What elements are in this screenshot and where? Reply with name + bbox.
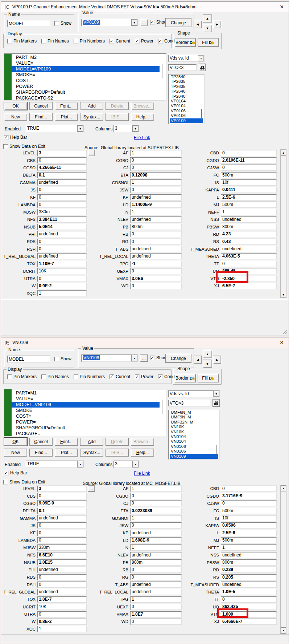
value-field[interactable]: VP0109 xyxy=(82,19,131,26)
param-value-input[interactable]: 1 xyxy=(37,290,87,296)
arrow-left-button[interactable]: ◀ xyxy=(194,356,202,364)
ok-button[interactable]: OK xyxy=(4,102,27,110)
model-list-item[interactable]: TP2540 xyxy=(170,74,203,79)
model-list-item[interactable]: VP0104 xyxy=(170,99,203,104)
param-scrollbar[interactable]: ▲ ▼ xyxy=(280,485,286,634)
model-filter-input[interactable] xyxy=(168,64,197,71)
checkbox-pin-numbers[interactable]: Pin Numbers xyxy=(74,374,105,379)
checkbox-power[interactable]: Power xyxy=(135,39,153,44)
param-value-input[interactable]: 800m xyxy=(130,224,182,230)
property-list-item[interactable]: COST= xyxy=(12,413,160,419)
param-value-input[interactable]: 6.4666E-7 xyxy=(221,619,277,625)
param-value-input[interactable]: 800m xyxy=(221,224,277,230)
param-value-input[interactable]: 0 xyxy=(37,276,87,282)
param-value-input[interactable]: 0 xyxy=(37,611,87,617)
param-value-input[interactable]: 0 xyxy=(37,157,87,163)
find-button[interactable]: Find... xyxy=(29,113,53,121)
model-list-item[interactable]: VN0109 xyxy=(170,454,218,459)
columns-combobox[interactable]: 3 ▼ xyxy=(113,125,139,132)
param-value-input[interactable]: 0 xyxy=(37,202,87,208)
param-value-input[interactable]: 1 xyxy=(130,179,182,186)
param-value-input[interactable]: undefined xyxy=(130,253,182,259)
model-list-item[interactable]: TP2635 xyxy=(170,84,203,89)
param-value-input[interactable]: undefined xyxy=(37,231,87,237)
param-value-input[interactable]: 6.5E-7 xyxy=(221,283,277,289)
model-list-item[interactable]: UMF6N_M xyxy=(170,410,218,415)
ok-button[interactable]: OK xyxy=(4,438,27,446)
param-value-input[interactable]: 10f xyxy=(221,515,277,521)
param-value-input[interactable]: 0 xyxy=(221,596,277,603)
model-list-item[interactable]: VN0106 xyxy=(170,444,218,449)
param-value-input[interactable]: undefined xyxy=(37,567,87,573)
checkbox-current[interactable]: Current xyxy=(110,374,130,379)
value-field[interactable]: VN0109 xyxy=(82,355,131,361)
value-show-checkbox[interactable]: Show xyxy=(150,355,167,360)
fill-button[interactable]: FillD✱ xyxy=(198,38,219,47)
property-list-item[interactable]: PART=M1 xyxy=(12,390,160,396)
border-button[interactable]: BorderD✱ xyxy=(175,374,196,382)
param-value-input[interactable]: 1.10E-7 xyxy=(37,261,87,267)
scrollbar-thumb[interactable] xyxy=(216,445,217,455)
param-value-input[interactable]: 0 xyxy=(37,574,87,580)
param-value-input[interactable]: 0 xyxy=(221,261,277,267)
param-value-input[interactable]: 1 xyxy=(221,544,277,551)
param-value-input[interactable]: 1.0E-7 xyxy=(37,596,87,603)
scrollbar-thumb[interactable] xyxy=(201,109,202,120)
arrow-up-button[interactable]: ▲ xyxy=(203,14,212,23)
param-value-input[interactable]: undefined xyxy=(130,552,182,558)
syntax-button[interactable]: Syntax... xyxy=(80,449,103,457)
param-value-input[interactable]: 0 xyxy=(37,246,87,252)
new-button[interactable]: New xyxy=(4,449,27,457)
close-icon[interactable]: ✕ xyxy=(278,340,286,345)
new-button[interactable]: New xyxy=(4,113,27,121)
change-button[interactable]: Change xyxy=(165,18,191,27)
param-value-input[interactable]: 0 xyxy=(130,604,182,610)
model-list-item[interactable]: VN0104 xyxy=(170,434,218,439)
param-value-input[interactable]: 500m xyxy=(221,172,277,178)
property-list-item[interactable]: PACKAGE= xyxy=(12,431,160,436)
value-browse-button[interactable]: ... xyxy=(140,19,148,26)
model-list-item[interactable]: VP0109 xyxy=(170,118,203,123)
param-value-input[interactable]: 6.6E10 xyxy=(37,552,87,558)
param-value-input[interactable]: 0 xyxy=(130,239,182,245)
param-value-input[interactable]: undefined xyxy=(130,216,182,223)
param-value-input[interactable]: 500m xyxy=(221,508,277,514)
show-data-checkbox[interactable]: Show Data on Exit xyxy=(3,144,45,149)
checkbox-current[interactable]: Current xyxy=(110,39,130,44)
model-list-item[interactable]: VN0104 xyxy=(170,439,218,444)
font-button[interactable]: Font... xyxy=(55,102,78,110)
search-binoculars-icon[interactable] xyxy=(199,64,206,71)
param-value-input[interactable]: 0.1 xyxy=(37,172,87,178)
param-value-input[interactable]: 2.5E-6 xyxy=(221,530,277,536)
param-value-input[interactable]: 0 xyxy=(37,239,87,245)
chevron-down-icon[interactable]: ▼ xyxy=(77,461,83,467)
scroll-up-icon[interactable]: ▲ xyxy=(281,150,286,156)
param-value-input[interactable]: 0.0506 xyxy=(221,522,277,528)
param-value-input[interactable]: undefined xyxy=(130,530,182,536)
plot-type-combobox[interactable]: Vds vs. Id ▼ xyxy=(168,55,205,62)
param-value-input[interactable]: undefined xyxy=(221,552,277,558)
param-value-input[interactable]: 0 xyxy=(130,165,182,171)
help-bar-checkbox[interactable]: Help Bar xyxy=(4,470,27,475)
param-value-input[interactable]: 0 xyxy=(130,187,182,193)
enabled-combobox[interactable]: TRUE ▼ xyxy=(26,461,84,468)
name-input[interactable] xyxy=(7,20,50,27)
value-browse-button[interactable]: ... xyxy=(140,355,148,362)
param-value-input[interactable]: 330m xyxy=(37,209,87,215)
model-list-item[interactable]: UMF9N_M xyxy=(170,415,218,420)
cancel-button[interactable]: Cancel xyxy=(29,438,53,446)
param-value-input[interactable]: 0.239 xyxy=(221,567,277,573)
close-icon[interactable]: ✕ xyxy=(278,4,286,10)
param-value-input[interactable]: 0 xyxy=(37,194,87,201)
scroll-down-icon[interactable]: ▼ xyxy=(281,292,286,298)
property-list-item[interactable]: VALUE= xyxy=(12,396,160,402)
param-value-input[interactable]: undefined xyxy=(130,194,182,201)
border-button[interactable]: BorderD✱ xyxy=(175,38,196,47)
arrow-down-button[interactable]: ▼ xyxy=(203,360,212,368)
param-value-input[interactable]: 0 xyxy=(221,165,277,171)
model-list[interactable]: UMF6N_MUMF9N_MUMF32N_MVN10KVN10KVN0104VN… xyxy=(168,410,220,459)
titlebar[interactable]: VP0109:P-Channel Enhancement-Mode Vertic… xyxy=(1,2,289,12)
properties-list[interactable]: PART=M2VALUE=MODEL=VP0109SMOKE=COST=POWE… xyxy=(4,53,166,101)
param-value-input[interactable]: undefined xyxy=(37,253,87,259)
param-value-input[interactable]: 0.0223089 xyxy=(130,508,182,514)
